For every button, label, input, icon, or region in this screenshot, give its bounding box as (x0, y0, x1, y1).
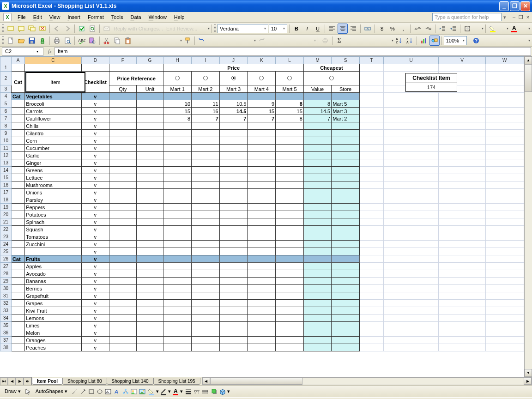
minimize-button[interactable]: _ (499, 1, 509, 11)
increase-decimal-icon[interactable]: .0.00 (412, 24, 423, 34)
menu-insert[interactable]: Insert (64, 13, 84, 21)
next-sheet-icon[interactable]: ▶ (16, 377, 24, 385)
align-left-icon[interactable] (327, 24, 337, 34)
undo-icon[interactable] (197, 36, 207, 46)
picture-icon[interactable] (139, 388, 146, 395)
textbox-icon[interactable]: A (104, 388, 112, 395)
workbook-restore-button[interactable]: ❐ (518, 14, 524, 20)
underline-button[interactable]: U (313, 24, 323, 34)
update-file-icon[interactable] (87, 24, 97, 34)
font-selector[interactable]: Verdana▾ (218, 24, 268, 33)
wordart-icon[interactable]: A (114, 388, 121, 395)
autosum-icon[interactable]: Σ (334, 36, 345, 46)
show-comment-icon[interactable] (16, 24, 26, 34)
scroll-up-icon[interactable]: ▲ (525, 56, 532, 64)
zoom-selector[interactable]: 100%▾ (444, 36, 467, 45)
rectangle-icon[interactable] (88, 388, 95, 395)
line-color-icon[interactable] (160, 388, 167, 395)
worksheet-grid[interactable]: ACDFGHIJKLMSTUVW1PriceCheapest2CatItemCh… (0, 56, 524, 377)
help-icon[interactable]: ? (471, 36, 481, 46)
scroll-down-icon[interactable]: ▼ (525, 369, 532, 377)
formula-input[interactable]: Item (54, 47, 531, 56)
draw-menu[interactable]: Draw ▾ (3, 388, 23, 394)
workbook-close-button[interactable]: × (525, 14, 531, 20)
print-preview-icon[interactable] (62, 36, 73, 46)
decrease-indent-icon[interactable] (437, 24, 447, 34)
cut-icon[interactable] (102, 36, 112, 46)
oval-icon[interactable] (96, 388, 103, 395)
sort-desc-icon[interactable]: ZA (405, 36, 415, 46)
arrow-style-icon[interactable] (201, 388, 209, 395)
scroll-thumb[interactable] (525, 64, 532, 92)
copy-icon[interactable] (112, 36, 122, 46)
help-dropdown-icon[interactable]: ▾ (502, 14, 508, 20)
select-objects-icon[interactable] (24, 388, 32, 395)
first-sheet-icon[interactable]: ⏮ (0, 377, 8, 385)
percent-icon[interactable]: % (387, 24, 398, 34)
menu-format[interactable]: Format (84, 13, 108, 21)
drawing-toolbar-icon[interactable] (429, 36, 440, 46)
menu-window[interactable]: Window (145, 13, 170, 21)
menu-tools[interactable]: Tools (108, 13, 127, 21)
sheet-tab-item-pool[interactable]: Item Pool (32, 378, 63, 385)
diagram-icon[interactable] (122, 388, 129, 395)
name-box[interactable]: C2▾ (2, 47, 43, 56)
menu-data[interactable]: Data (127, 13, 145, 21)
merge-center-icon[interactable]: a (363, 24, 373, 34)
borders-icon[interactable] (462, 24, 472, 34)
arrow-icon[interactable] (79, 388, 87, 395)
toolbar-grip[interactable] (2, 36, 4, 45)
align-center-icon[interactable] (338, 24, 348, 34)
sheet-tab-shopping-list-140[interactable]: Shopping List 140 (107, 378, 154, 385)
print-icon[interactable] (52, 36, 62, 46)
save-icon[interactable] (27, 36, 37, 46)
decrease-decimal-icon[interactable]: .00.0 (423, 24, 433, 34)
font-color-icon[interactable]: A (509, 24, 519, 34)
spelling-icon[interactable]: ABC (77, 36, 87, 46)
align-right-icon[interactable] (348, 24, 358, 34)
sheet-tab-shopping-list-195[interactable]: Shopping List 195 (153, 378, 200, 385)
new-icon[interactable] (6, 36, 16, 46)
hscroll-thumb[interactable] (210, 378, 302, 385)
document-icon[interactable]: X (3, 13, 12, 21)
create-task-icon[interactable] (77, 24, 87, 34)
clipart-icon[interactable] (130, 388, 138, 395)
workbook-minimize-button[interactable]: – (511, 14, 517, 20)
vertical-scrollbar[interactable]: ▲ ▼ (524, 56, 532, 377)
last-sheet-icon[interactable]: ⏭ (24, 377, 31, 385)
fill-color-draw-icon[interactable] (148, 388, 155, 395)
autoshapes-menu[interactable]: AutoShapes ▾ (34, 388, 69, 394)
prev-sheet-icon[interactable]: ◀ (8, 377, 16, 385)
sheet-tab-shopping-list-80[interactable]: Shopping List 80 (62, 378, 107, 385)
font-size-selector[interactable]: 10▾ (269, 24, 287, 33)
maximize-button[interactable]: ❐ (510, 1, 520, 11)
3d-icon[interactable] (219, 388, 226, 395)
increase-indent-icon[interactable] (448, 24, 458, 34)
open-icon[interactable] (16, 36, 26, 46)
help-question-box[interactable]: Type a question for help (432, 13, 502, 21)
fx-icon[interactable]: fx (45, 48, 54, 54)
close-button[interactable]: ✕ (520, 1, 530, 11)
fill-color-icon[interactable] (488, 24, 498, 34)
scroll-right-icon[interactable]: ▶ (524, 378, 532, 385)
line-icon[interactable] (71, 388, 79, 395)
chart-wizard-icon[interactable] (419, 36, 429, 46)
horizontal-scrollbar[interactable]: ◀ ▶ (202, 377, 532, 385)
scroll-left-icon[interactable]: ◀ (202, 378, 210, 385)
format-painter-icon[interactable] (182, 36, 193, 46)
toolbar-grip[interactable] (214, 24, 216, 33)
menu-edit[interactable]: Edit (30, 13, 46, 21)
delete-comment-icon[interactable] (37, 24, 48, 34)
menu-file[interactable]: File (14, 13, 30, 21)
font-color-draw-icon[interactable]: A (172, 388, 179, 395)
permission-icon[interactable] (37, 36, 48, 46)
bold-button[interactable]: B (291, 24, 302, 34)
menu-help[interactable]: Help (170, 13, 188, 21)
shadow-icon[interactable] (211, 388, 218, 395)
show-all-comments-icon[interactable] (27, 24, 37, 34)
comma-icon[interactable]: , (398, 24, 408, 34)
dash-style-icon[interactable] (193, 388, 200, 395)
paste-icon[interactable] (123, 36, 133, 46)
new-comment-icon[interactable] (6, 24, 16, 34)
currency-icon[interactable]: $ (377, 24, 387, 34)
